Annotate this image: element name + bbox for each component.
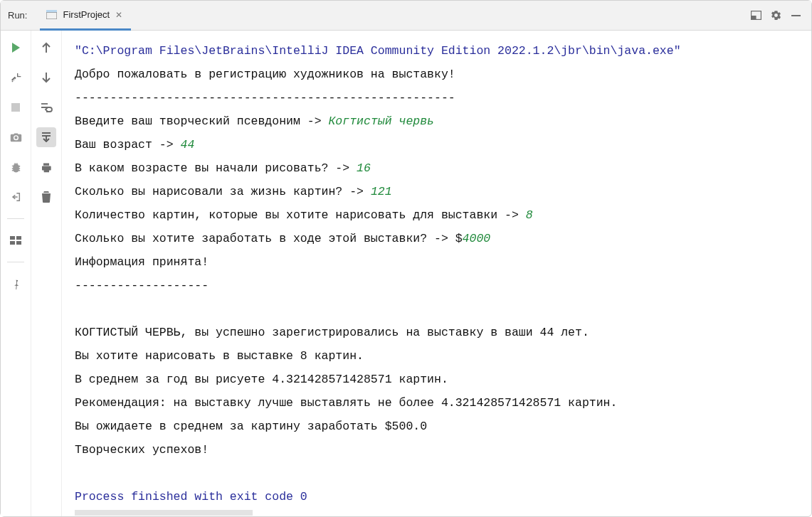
camera-icon[interactable]	[6, 127, 26, 147]
exit-code-line: Process finished with exit code 0	[75, 485, 811, 508]
console-line: Рекомендация: на выставку лучше выставля…	[75, 391, 811, 415]
print-icon[interactable]	[36, 157, 56, 177]
svg-rect-9	[16, 236, 21, 240]
horizontal-scrollbar[interactable]	[75, 510, 811, 516]
toolwindow-header: Run: FirstProject ✕	[1, 1, 811, 31]
wrench-icon[interactable]	[6, 68, 26, 87]
console-line: Творческих успехов!	[75, 438, 811, 462]
user-input: Когтистый червь	[328, 114, 434, 128]
console-line: Добро пожаловать в регистрацию художнико…	[75, 63, 811, 86]
scroll-to-end-icon[interactable]	[36, 127, 56, 147]
user-input: 16	[357, 161, 371, 175]
arrow-down-icon[interactable]	[36, 68, 56, 87]
user-input: 4000	[463, 232, 491, 245]
user-input: 121	[371, 185, 392, 198]
arrow-up-icon[interactable]	[36, 38, 56, 58]
layout-icon[interactable]	[6, 230, 26, 250]
console-line: Сколько вы нарисовали за жизнь картин? -…	[75, 180, 811, 203]
console-line: В среднем за год вы рисуете 4.3214285714…	[75, 368, 811, 391]
console-line	[75, 462, 811, 485]
console-output[interactable]: "C:\Program Files\JetBrains\IntelliJ IDE…	[62, 31, 811, 516]
console-line: Введите ваш творческий псевдоним -> Когт…	[75, 110, 811, 133]
console-line: Информация принята!	[75, 250, 811, 274]
tab-firstproject[interactable]: FirstProject ✕	[40, 1, 131, 31]
window-dock-icon[interactable]	[746, 1, 766, 30]
console-line: Ваш возраст -> 44	[75, 133, 811, 156]
console-line: КОГТИСТЫЙ ЧЕРВЬ, вы успешно зарегистриро…	[75, 321, 811, 344]
pin-icon[interactable]	[6, 274, 26, 294]
tab-title: FirstProject	[63, 9, 110, 20]
svg-rect-11	[16, 241, 21, 245]
minimize-icon[interactable]	[786, 1, 806, 30]
console-line: Вы хотите нарисовать в выставке 8 картин…	[75, 344, 811, 368]
console-line: В каком возрасте вы начали рисовать? -> …	[75, 156, 811, 180]
secondary-gutter	[31, 31, 62, 516]
gear-icon[interactable]	[766, 1, 786, 30]
left-gutter	[1, 31, 31, 516]
console-line: Вы ожидаете в среднем за картину заработ…	[75, 415, 811, 438]
run-window-icon	[46, 9, 57, 21]
svg-rect-2	[46, 10, 57, 12]
svg-rect-8	[10, 236, 15, 240]
bug-icon[interactable]	[6, 157, 26, 177]
console-line: Количество картин, которые вы хотите нар…	[75, 203, 811, 227]
svg-rect-4	[751, 16, 756, 19]
run-tool-window: Run: FirstProject ✕	[0, 0, 812, 517]
exec-path: "C:\Program Files\JetBrains\IntelliJ IDE…	[75, 39, 811, 63]
user-input: 8	[526, 208, 533, 222]
svg-rect-5	[791, 15, 801, 16]
run-icon[interactable]	[6, 38, 26, 58]
close-icon[interactable]: ✕	[115, 11, 122, 19]
console-line: ----------------------------------------…	[75, 86, 811, 110]
trash-icon[interactable]	[36, 187, 56, 207]
exit-icon[interactable]	[6, 187, 26, 207]
svg-rect-6	[11, 103, 20, 112]
stop-icon[interactable]	[6, 97, 26, 117]
user-input: 44	[181, 138, 195, 151]
console-line	[75, 297, 811, 321]
console-line: Сколько вы хотите заработать в ходе этой…	[75, 227, 811, 250]
console-line: -------------------	[75, 274, 811, 297]
svg-rect-10	[10, 241, 15, 245]
toolwindow-body: "C:\Program Files\JetBrains\IntelliJ IDE…	[1, 31, 811, 516]
run-label: Run:	[8, 10, 27, 21]
soft-wrap-icon[interactable]	[36, 97, 56, 117]
